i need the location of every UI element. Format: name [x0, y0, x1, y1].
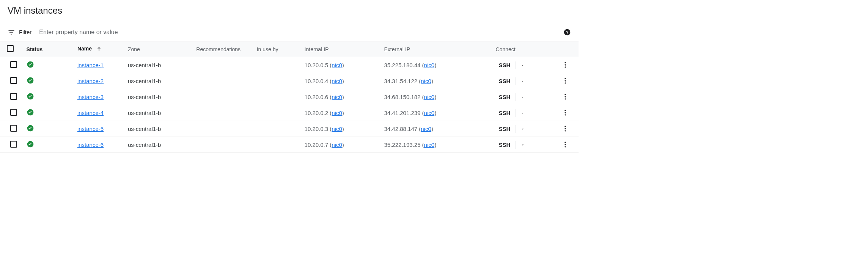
column-header-zone[interactable]: Zone: [125, 41, 183, 57]
svg-point-5: [565, 66, 566, 68]
filter-bar: Filter ?: [0, 23, 579, 41]
divider: [516, 109, 516, 117]
external-nic-link[interactable]: nic0: [424, 110, 435, 116]
ssh-dropdown-button[interactable]: [518, 61, 527, 70]
instance-name-link[interactable]: instance-3: [77, 94, 104, 100]
ssh-dropdown-button[interactable]: [518, 124, 527, 134]
svg-point-21: [565, 130, 566, 131]
svg-point-24: [565, 144, 566, 145]
external-ip-text: 35.222.193.25 (: [384, 142, 424, 148]
svg-point-12: [565, 96, 566, 97]
more-actions-button[interactable]: [561, 124, 570, 133]
divider: [516, 125, 516, 133]
column-header-status[interactable]: Status: [24, 41, 74, 57]
external-nic-link[interactable]: nic0: [421, 126, 431, 132]
internal-nic-link[interactable]: nic0: [332, 110, 342, 116]
instance-name-link[interactable]: instance-4: [77, 110, 104, 116]
internal-ip-text: 10.20.0.7 (: [305, 142, 332, 148]
column-header-connect[interactable]: Connect: [476, 41, 552, 57]
external-ip-text: 34.41.201.239 (: [384, 110, 424, 116]
table-row: instance-4us-central1-b10.20.0.2 (nic0)3…: [0, 105, 579, 121]
column-header-external-ip[interactable]: External IP: [381, 41, 477, 57]
svg-point-25: [565, 146, 566, 147]
svg-point-23: [565, 142, 566, 143]
vm-instances-table: Status Name Zone Recommendations In use …: [0, 41, 579, 153]
external-nic-link[interactable]: nic0: [424, 94, 435, 100]
instance-name-link[interactable]: instance-1: [77, 62, 104, 68]
internal-ip-text: 10.20.0.6 (: [305, 94, 332, 100]
external-ip-text: 34.42.88.147 (: [384, 126, 421, 132]
ssh-dropdown-button[interactable]: [518, 109, 527, 118]
more-actions-button[interactable]: [561, 92, 570, 101]
internal-nic-link[interactable]: nic0: [332, 94, 342, 100]
column-header-name[interactable]: Name: [74, 41, 125, 57]
row-checkbox[interactable]: [10, 141, 17, 148]
table-row: instance-3us-central1-b10.20.0.6 (nic0)3…: [0, 89, 579, 105]
ssh-button[interactable]: SSH: [495, 108, 513, 118]
status-running-icon: [27, 61, 34, 68]
table-header-row: Status Name Zone Recommendations In use …: [0, 41, 579, 57]
svg-point-15: [565, 110, 566, 111]
row-checkbox[interactable]: [10, 109, 17, 116]
sort-ascending-icon: [96, 46, 102, 53]
zone-text: us-central1-b: [128, 126, 161, 132]
external-nic-link[interactable]: nic0: [421, 78, 431, 84]
instance-name-link[interactable]: instance-5: [77, 126, 104, 132]
internal-nic-link[interactable]: nic0: [332, 62, 342, 68]
status-running-icon: [27, 140, 34, 148]
internal-nic-link[interactable]: nic0: [332, 78, 342, 84]
svg-point-3: [565, 62, 566, 63]
column-header-recommendations[interactable]: Recommendations: [183, 41, 254, 57]
svg-text:?: ?: [566, 30, 568, 35]
external-ip-text: 34.31.54.122 (: [384, 78, 421, 84]
more-actions-button[interactable]: [561, 140, 570, 149]
svg-point-19: [565, 126, 566, 127]
ssh-button[interactable]: SSH: [495, 92, 513, 102]
help-icon[interactable]: ?: [563, 28, 571, 36]
zone-text: us-central1-b: [128, 110, 161, 116]
ssh-dropdown-button[interactable]: [518, 93, 527, 102]
ssh-dropdown-button[interactable]: [518, 77, 527, 86]
select-all-checkbox[interactable]: [7, 45, 14, 52]
svg-point-20: [565, 128, 566, 129]
external-ip-text: 34.68.150.182 (: [384, 94, 424, 100]
table-row: instance-6us-central1-b10.20.0.7 (nic0)3…: [0, 137, 579, 153]
internal-ip-text: 10.20.0.2 (: [305, 110, 332, 116]
internal-nic-link[interactable]: nic0: [332, 142, 342, 148]
column-header-internal-ip[interactable]: Internal IP: [302, 41, 381, 57]
row-checkbox[interactable]: [10, 125, 17, 132]
column-header-in-use-by[interactable]: In use by: [254, 41, 302, 57]
svg-point-8: [565, 80, 566, 81]
more-actions-button[interactable]: [561, 76, 570, 85]
more-actions-button[interactable]: [561, 60, 570, 69]
more-actions-button[interactable]: [561, 108, 570, 117]
ssh-button[interactable]: SSH: [495, 60, 513, 70]
table-row: instance-2us-central1-b10.20.0.4 (nic0)3…: [0, 73, 579, 89]
external-nic-link[interactable]: nic0: [424, 142, 435, 148]
filter-input[interactable]: [38, 28, 559, 36]
status-running-icon: [27, 77, 34, 84]
filter-icon: [8, 28, 15, 36]
row-checkbox[interactable]: [10, 61, 17, 68]
zone-text: us-central1-b: [128, 142, 161, 148]
row-checkbox[interactable]: [10, 77, 17, 84]
svg-point-17: [565, 114, 566, 115]
row-checkbox[interactable]: [10, 93, 17, 100]
table-row: instance-1us-central1-b10.20.0.5 (nic0)3…: [0, 57, 579, 73]
divider: [516, 93, 516, 101]
svg-point-11: [565, 94, 566, 95]
filter-label: Filter: [19, 29, 31, 35]
ssh-button[interactable]: SSH: [495, 124, 513, 134]
column-header-name-label: Name: [77, 46, 92, 52]
status-running-icon: [27, 93, 34, 100]
ssh-button[interactable]: SSH: [495, 76, 513, 86]
internal-nic-link[interactable]: nic0: [332, 126, 342, 132]
external-ip-text: 35.225.180.44 (: [384, 62, 424, 68]
divider: [516, 141, 516, 149]
page-title: VM instances: [8, 5, 62, 16]
instance-name-link[interactable]: instance-6: [77, 142, 104, 148]
ssh-button[interactable]: SSH: [495, 140, 513, 150]
external-nic-link[interactable]: nic0: [424, 62, 435, 68]
instance-name-link[interactable]: instance-2: [77, 78, 104, 84]
ssh-dropdown-button[interactable]: [518, 140, 527, 150]
